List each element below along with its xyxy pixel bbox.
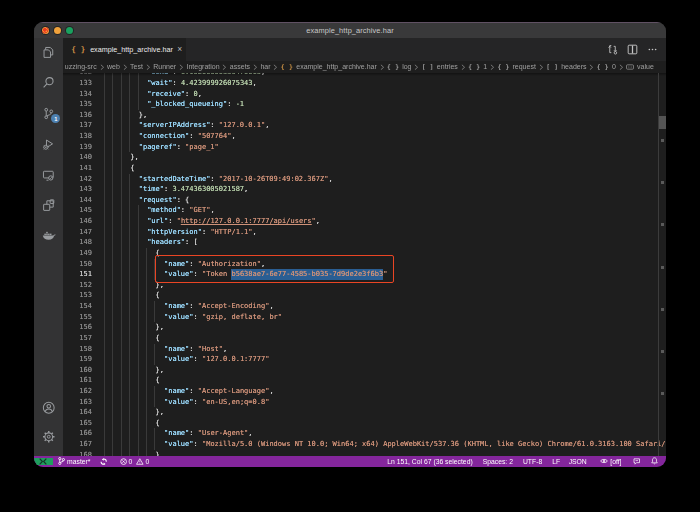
tab-bar: { } example_http_archive.har × xyxy=(63,38,666,61)
remote-indicator-icon xyxy=(39,458,47,465)
breadcrumb-item-runner[interactable]: Runner xyxy=(153,63,176,70)
minimize-button[interactable] xyxy=(54,27,61,34)
line-number[interactable]: 152 xyxy=(63,280,92,291)
code-text: "name": "Accept-Encoding", xyxy=(105,301,274,312)
remote-indicator[interactable] xyxy=(34,458,53,465)
line-number[interactable]: 134 xyxy=(63,89,92,100)
indentation-status[interactable]: Spaces: 2 xyxy=(483,458,513,465)
activity-item-explorer[interactable] xyxy=(34,46,63,59)
line-number[interactable]: 158 xyxy=(63,344,92,355)
traffic-lights xyxy=(34,22,73,38)
breadcrumb-item-har[interactable]: har xyxy=(260,63,270,70)
breadcrumb-item-headers[interactable]: [ ]headers xyxy=(546,63,586,70)
sync-status[interactable] xyxy=(100,458,107,465)
line-number[interactable]: 148 xyxy=(63,237,92,248)
breadcrumb-item-request[interactable]: { }request xyxy=(497,63,535,70)
line-number[interactable]: 143 xyxy=(63,184,92,195)
line-number[interactable]: 135 xyxy=(63,99,92,110)
line-number[interactable]: 163 xyxy=(63,397,92,408)
activity-item-search[interactable] xyxy=(34,76,63,89)
breadcrumb-item-entries[interactable]: [ ]entries xyxy=(422,63,458,70)
code-line-162: 162 "name": "Accept-Language", xyxy=(63,386,666,397)
line-number[interactable]: 166 xyxy=(63,428,92,439)
close-tab-icon[interactable]: × xyxy=(177,45,182,55)
line-number[interactable]: 153 xyxy=(63,290,92,301)
breadcrumb-item-uzzing-src[interactable]: uzzing-src xyxy=(65,63,97,70)
preview-toggle[interactable]: [off] xyxy=(600,458,622,465)
annotation-box xyxy=(155,255,394,283)
line-number[interactable]: 157 xyxy=(63,333,92,344)
code-text: "httpVersion": "HTTP/1.1", xyxy=(105,227,257,238)
tab-example-http-archive[interactable]: { } example_http_archive.har × xyxy=(63,38,187,61)
activity-item-docker[interactable] xyxy=(34,230,63,241)
line-number[interactable]: 141 xyxy=(63,163,92,174)
line-number[interactable]: 162 xyxy=(63,386,92,397)
sync-icon xyxy=(100,458,107,465)
line-number[interactable]: 160 xyxy=(63,365,92,376)
line-number[interactable]: 140 xyxy=(63,152,92,163)
breadcrumb-item-value[interactable]: value xyxy=(626,63,654,70)
line-number[interactable]: 137 xyxy=(63,120,92,131)
breadcrumb-item-log[interactable]: { }log xyxy=(387,63,411,70)
code-text: { xyxy=(105,375,160,386)
line-number[interactable]: 151 xyxy=(63,269,92,280)
line-number[interactable]: 155 xyxy=(63,312,92,323)
bell-icon xyxy=(651,457,658,465)
activity-item-run-debug[interactable] xyxy=(34,138,63,151)
line-number[interactable]: 142 xyxy=(63,174,92,185)
breadcrumb-item-test[interactable]: Test xyxy=(130,63,143,70)
more-actions-button[interactable] xyxy=(647,41,658,59)
language-mode[interactable]: JSON xyxy=(569,458,587,465)
chevron-right-icon xyxy=(619,64,624,71)
line-number[interactable]: 150 xyxy=(63,259,92,270)
line-number[interactable]: 165 xyxy=(63,418,92,429)
close-button[interactable] xyxy=(42,27,49,34)
scrollbar-thumb[interactable] xyxy=(659,116,666,129)
breadcrumb-item-integration[interactable]: Integration xyxy=(186,63,219,70)
activity-item-source-control[interactable]: 1 xyxy=(34,107,63,120)
line-number[interactable]: 156 xyxy=(63,322,92,333)
titlebar[interactable]: example_http_archive.har xyxy=(34,22,666,38)
line-number[interactable]: 161 xyxy=(63,375,92,386)
breadcrumb-item-assets[interactable]: assets xyxy=(230,63,250,70)
breadcrumb-item-example-http-archive-har[interactable]: { }example_http_archive.har xyxy=(281,63,377,71)
activity-item-remote-explorer[interactable] xyxy=(34,169,63,182)
line-number[interactable]: 149 xyxy=(63,248,92,259)
line-number[interactable]: 147 xyxy=(63,227,92,238)
line-number[interactable]: 145 xyxy=(63,205,92,216)
open-changes-button[interactable] xyxy=(607,41,618,59)
zoom-button[interactable] xyxy=(66,27,73,34)
notifications-button[interactable] xyxy=(651,457,658,465)
encoding-status[interactable]: UTF-8 xyxy=(523,458,542,465)
line-number[interactable]: 159 xyxy=(63,354,92,365)
line-number[interactable]: 146 xyxy=(63,216,92,227)
eol-status[interactable]: LF xyxy=(552,458,560,465)
breadcrumb-label: assets xyxy=(230,63,250,70)
code-text: { xyxy=(105,333,160,344)
breadcrumb-item-1[interactable]: { }1 xyxy=(468,63,487,70)
preview-state: [off] xyxy=(610,458,621,465)
breadcrumb-item-0[interactable]: { }0 xyxy=(597,63,616,70)
breadcrumb-item-web[interactable]: web xyxy=(107,63,120,70)
editor[interactable]: 132 "send": 0.10200000353470013,133 "wai… xyxy=(63,73,666,456)
activity-item-extensions[interactable] xyxy=(34,199,63,212)
line-number[interactable]: 133 xyxy=(63,78,92,89)
chevron-right-icon xyxy=(253,64,258,71)
split-editor-button[interactable] xyxy=(627,41,638,59)
line-number[interactable]: 164 xyxy=(63,407,92,418)
line-number[interactable]: 167 xyxy=(63,439,92,450)
activity-item-settings[interactable] xyxy=(34,430,63,444)
branch-status[interactable]: master* xyxy=(58,457,90,465)
extensions-icon xyxy=(42,199,55,212)
line-number[interactable]: 154 xyxy=(63,301,92,312)
line-number[interactable]: 139 xyxy=(63,142,92,153)
line-number[interactable]: 136 xyxy=(63,110,92,121)
problems-status[interactable]: 0 0 xyxy=(120,458,149,465)
line-number[interactable]: 144 xyxy=(63,195,92,206)
cursor-position[interactable]: Ln 151, Col 67 (36 selected) xyxy=(387,458,472,465)
error-circle-icon xyxy=(120,458,127,465)
activity-item-account[interactable] xyxy=(34,401,63,415)
code-line-147: 147 "httpVersion": "HTTP/1.1", xyxy=(63,227,666,238)
line-number[interactable]: 138 xyxy=(63,131,92,142)
feedback-button[interactable] xyxy=(633,458,641,466)
